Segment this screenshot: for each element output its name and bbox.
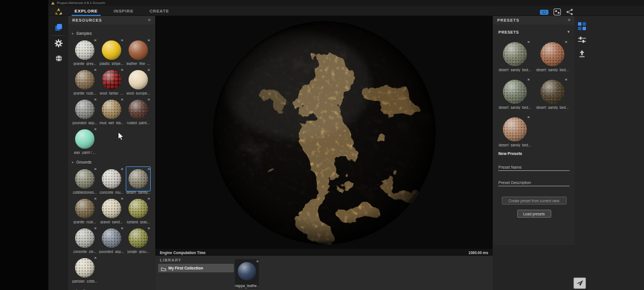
remove-icon[interactable]: × (121, 226, 123, 230)
library-thumbnail[interactable]: ×nappa_leathe... (235, 259, 259, 288)
material-label: plastic_stripe... (100, 62, 123, 66)
preset-name-input[interactable] (498, 164, 569, 171)
material-label: gravel_sand... (100, 220, 123, 224)
material-thumbnail[interactable]: ×concrete_rou... (98, 166, 125, 194)
material-thumbnail[interactable]: ×granite_rock... (72, 196, 98, 224)
materials-icon[interactable] (54, 23, 63, 32)
remove-icon[interactable]: × (256, 259, 259, 263)
status-value: 1060.00 ms (468, 251, 488, 255)
create-preset-button[interactable]: Create preset from current view (502, 197, 567, 205)
material-sphere-3d[interactable] (212, 20, 437, 246)
material-ball (540, 80, 564, 104)
remove-icon[interactable]: × (565, 40, 568, 44)
material-thumbnail[interactable]: ×jungle_grou... (125, 226, 151, 254)
close-icon[interactable]: × (148, 18, 151, 23)
material-thumbnail[interactable]: ×wool_tartan_... (98, 67, 125, 95)
remove-icon[interactable]: × (121, 97, 123, 101)
remove-icon[interactable]: × (147, 226, 150, 230)
material-label: iceland_gras... (127, 220, 150, 224)
remove-icon[interactable]: × (147, 197, 150, 201)
material-thumbnail[interactable]: ×wax_paint / ... (72, 126, 98, 154)
send-feedback-button[interactable] (573, 277, 586, 289)
remove-icon[interactable]: × (147, 97, 150, 101)
section-header-samples[interactable]: ▾Samples (72, 30, 152, 37)
tab-create[interactable]: CREATE (148, 6, 170, 16)
material-grid: ×cobblestones...×concrete_rou...×desert_… (72, 166, 152, 283)
preset-thumbnail[interactable]: ×desert_sandy_bed... (498, 77, 531, 109)
resources-panel: RESOURCES × ▾Samples×granite_grey...×pla… (68, 16, 155, 290)
presets-panel-icon[interactable] (577, 22, 587, 31)
chevron-down-icon: ▾ (567, 30, 569, 34)
material-thumbnail[interactable]: ×parisian_cobb... (72, 255, 98, 283)
export-icon[interactable] (577, 49, 587, 58)
preset-thumbnail[interactable]: ×desert_sandy_bed... (536, 39, 568, 72)
material-sphere (540, 42, 565, 67)
remove-icon[interactable]: × (527, 77, 530, 81)
material-label: pounded_asp... (72, 121, 97, 125)
material-sphere (75, 99, 95, 120)
remove-icon[interactable]: × (147, 38, 150, 42)
material-thumbnail[interactable]: ×granite_rock... (72, 67, 98, 95)
material-thumbnail[interactable]: ×granite_grey... (72, 38, 98, 66)
material-thumbnail[interactable]: ×cobblestones... (72, 166, 98, 194)
remove-icon[interactable]: × (94, 197, 97, 201)
remove-icon[interactable]: × (147, 68, 150, 72)
material-sphere (502, 79, 527, 104)
material-thumbnail[interactable]: ×gravel_sand... (98, 196, 125, 224)
remove-icon[interactable]: × (94, 167, 97, 171)
preset-description-input[interactable] (498, 179, 569, 186)
section-header-grounds[interactable]: ▾Grounds (72, 158, 152, 166)
remove-icon[interactable]: × (527, 40, 530, 44)
material-label: cobblestones... (73, 190, 97, 194)
remove-icon[interactable]: × (121, 68, 123, 72)
gear-icon[interactable] (54, 39, 63, 48)
material-thumbnail[interactable]: ×leather_fine_... (125, 38, 151, 66)
load-presets-button[interactable]: Load presets (517, 210, 551, 218)
material-thumbnail[interactable]: ×wool_europe... (125, 67, 151, 95)
material-thumbnail[interactable]: ×pounded_asp... (72, 97, 98, 125)
presets-header: PRESETS × (493, 16, 575, 24)
remove-icon[interactable]: × (94, 68, 97, 72)
material-thumbnail[interactable]: ×desert_sandy... (125, 166, 151, 194)
folder-icon (161, 263, 166, 273)
material-ball (102, 40, 121, 60)
material-thumbnail[interactable]: ×pounded_asp... (98, 226, 125, 254)
remove-icon[interactable]: × (94, 256, 97, 260)
collection-row[interactable]: My First Collection (158, 264, 234, 272)
material-thumbnail[interactable]: ×mud_wet_sta... (98, 97, 125, 125)
material-thumbnail[interactable]: ×rusted_paint... (125, 97, 151, 125)
remove-icon[interactable]: × (94, 97, 97, 101)
remove-icon[interactable]: × (527, 115, 530, 119)
app-window: Project Alchemist 0.8.1 Gnocchi EXPLOREI… (48, 0, 644, 290)
material-thumbnail[interactable]: ×concrete_cle... (72, 226, 98, 254)
preset-thumbnail[interactable]: ×desert_sandy_bed... (536, 77, 568, 109)
material-sphere (75, 40, 95, 60)
material-sphere (101, 169, 122, 189)
window-titlebar[interactable]: Project Alchemist 0.8.1 Gnocchi (48, 0, 644, 6)
remove-icon[interactable]: × (147, 167, 150, 171)
tab-explore[interactable]: EXPLORE (73, 6, 99, 16)
main-viewport[interactable] (155, 16, 493, 249)
tab-inspire[interactable]: INSPIRE (113, 6, 135, 16)
remove-icon[interactable]: × (94, 226, 97, 230)
close-icon[interactable]: × (568, 18, 571, 23)
material-sphere (128, 169, 148, 189)
preset-thumbnail[interactable]: ×desert_sandy_bed... (498, 115, 531, 147)
remove-icon[interactable]: × (121, 38, 123, 42)
material-thumbnail[interactable]: ×iceland_gras... (125, 196, 151, 224)
remove-icon[interactable]: × (121, 167, 123, 171)
remove-icon[interactable]: × (565, 77, 568, 81)
material-ball (503, 117, 527, 141)
remove-icon[interactable]: × (94, 38, 97, 42)
resources-body: ▾Samples×granite_grey...×plastic_stripe.… (68, 24, 155, 290)
material-thumbnail[interactable]: ×plastic_stripe... (98, 38, 125, 66)
globe-icon[interactable] (54, 54, 63, 63)
remove-icon[interactable]: × (94, 127, 97, 131)
sliders-icon[interactable] (577, 35, 587, 44)
preset-thumbnail[interactable]: ×desert_sandy_bed... (498, 39, 531, 72)
remove-icon[interactable]: × (121, 197, 123, 201)
material-ball (129, 199, 148, 218)
presets-group-header[interactable]: PRESETS ▾ (493, 30, 575, 34)
section-header-leathers[interactable]: ▾Leathers (72, 287, 152, 290)
material-ball (503, 80, 527, 104)
